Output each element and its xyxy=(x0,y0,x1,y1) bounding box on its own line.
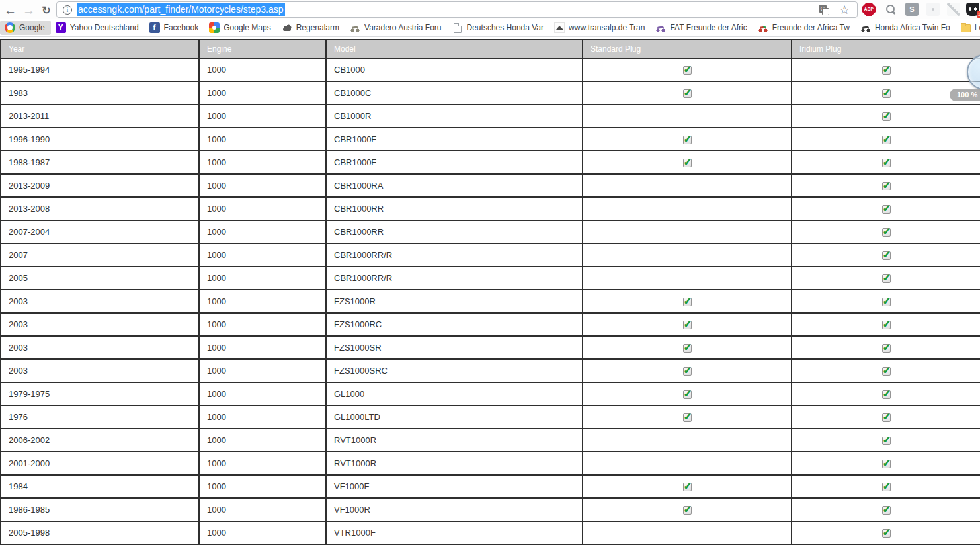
bookmark-item-yahoo-deutschland[interactable]: Yahoo Deutschland xyxy=(51,21,145,35)
iridium-plug-checked-checkbox-icon[interactable] xyxy=(882,483,891,491)
year-cell: 1995-1994 xyxy=(1,58,199,81)
standard-plug-checked-checkbox-icon[interactable] xyxy=(683,136,692,144)
standard-plug-cell xyxy=(583,429,792,452)
engine-cell: 1000 xyxy=(199,105,326,128)
bookmark-item-freunde-der-africa-tw[interactable]: Freunde der Africa Tw xyxy=(753,21,856,35)
bookmark-label: Yahoo Deutschland xyxy=(70,23,139,32)
bookmark-item-regenalarm[interactable]: Regenalarm xyxy=(277,21,345,35)
standard-plug-checked-checkbox-icon[interactable] xyxy=(683,159,692,167)
year-cell: 2003 xyxy=(1,313,199,336)
bookmark-item-facebook[interactable]: Facebook xyxy=(145,21,205,35)
iridium-plug-checked-checkbox-icon[interactable] xyxy=(882,344,891,353)
iridium-plug-checked-checkbox-icon[interactable] xyxy=(882,413,891,422)
s-extension-icon[interactable]: S xyxy=(905,3,919,16)
year-cell: 1983 xyxy=(1,81,199,105)
iridium-plug-checked-checkbox-icon[interactable] xyxy=(882,159,891,167)
standard-plug-cell xyxy=(583,58,792,81)
part-finder-results: Year Engine Model Standard Plug Iridium … xyxy=(0,39,980,545)
bookmark-item-varadero-austria-foru[interactable]: Varadero Austria Foru xyxy=(345,21,448,35)
bookmark-label: Google Maps xyxy=(224,23,270,32)
iridium-plug-checked-checkbox-icon[interactable] xyxy=(882,89,891,98)
iridium-plug-checked-checkbox-icon[interactable] xyxy=(882,66,891,75)
engine-cell: 1000 xyxy=(199,452,326,475)
model-cell: CBR1000F xyxy=(326,151,583,174)
standard-plug-checked-checkbox-icon[interactable] xyxy=(683,506,692,515)
iridium-plug-checked-checkbox-icon[interactable] xyxy=(882,506,891,515)
engine-cell: 1000 xyxy=(199,128,326,151)
iridium-plug-checked-checkbox-icon[interactable] xyxy=(882,321,891,329)
iridium-plug-checked-checkbox-icon[interactable] xyxy=(882,460,891,468)
iridium-plug-checked-checkbox-icon[interactable] xyxy=(882,251,891,260)
forward-button[interactable] xyxy=(19,1,36,19)
search-extension-icon[interactable] xyxy=(884,3,897,16)
translate-icon[interactable] xyxy=(819,5,829,15)
back-button[interactable] xyxy=(0,1,17,19)
standard-plug-checked-checkbox-icon[interactable] xyxy=(683,367,692,376)
iridium-plug-checked-checkbox-icon[interactable] xyxy=(882,298,891,306)
bookmark-item-fat-freunde-der-afric[interactable]: FAT Freunde der Afric xyxy=(651,21,753,35)
standard-plug-checked-checkbox-icon[interactable] xyxy=(683,89,692,98)
model-cell: RVT1000R xyxy=(326,452,583,475)
reload-button[interactable] xyxy=(38,1,55,19)
bookmark-item-lesezeiche[interactable]: Lesezeiche xyxy=(956,21,980,34)
standard-plug-checked-checkbox-icon[interactable] xyxy=(683,344,692,353)
bookmark-item-honda-africa-twin-fo[interactable]: Honda Africa Twin Fo xyxy=(856,21,956,35)
standard-plug-checked-checkbox-icon[interactable] xyxy=(683,413,692,422)
url-text[interactable]: accessngk.com/part_finder/Motorcycles/st… xyxy=(77,3,285,16)
iridium-plug-checked-checkbox-icon[interactable] xyxy=(882,390,891,399)
iridium-plug-cell xyxy=(792,290,980,313)
mountain-favicon-icon xyxy=(554,22,565,33)
year-cell: 2003 xyxy=(1,336,199,359)
iridium-plug-checked-checkbox-icon[interactable] xyxy=(882,182,891,190)
iridium-plug-cell xyxy=(792,174,980,197)
iridium-plug-checked-checkbox-icon[interactable] xyxy=(882,205,891,214)
bookmark-item-google[interactable]: Google xyxy=(0,21,51,35)
iridium-plug-checked-checkbox-icon[interactable] xyxy=(882,367,891,376)
bookmark-item-deutsches-honda-var[interactable]: Deutsches Honda Var xyxy=(448,21,550,35)
bookmark-item-www-transalp-de-tran[interactable]: www.transalp.de Tran xyxy=(550,21,651,35)
table-row: 2013-20091000CBR1000RA xyxy=(1,174,980,197)
model-cell: CB1000R xyxy=(326,105,583,128)
iridium-plug-checked-checkbox-icon[interactable] xyxy=(882,228,891,237)
standard-plug-checked-checkbox-icon[interactable] xyxy=(683,298,692,306)
facebook-favicon-icon xyxy=(149,22,160,33)
table-row: 2007-20041000CBR1000RR xyxy=(1,220,980,243)
adblock-plus-extension-icon[interactable]: ABP xyxy=(862,3,876,16)
browser-toolbar: accessngk.com/part_finder/Motorcycles/st… xyxy=(0,0,980,19)
extension-icon-faint-1[interactable] xyxy=(926,3,940,16)
standard-plug-checked-checkbox-icon[interactable] xyxy=(683,321,692,329)
model-cell: GL1000LTD xyxy=(326,405,583,429)
model-cell: CBR1000RA xyxy=(326,174,583,197)
iridium-plug-cell xyxy=(792,58,980,81)
standard-plug-checked-checkbox-icon[interactable] xyxy=(683,483,692,491)
iridium-plug-checked-checkbox-icon[interactable] xyxy=(882,136,891,144)
bookmark-star-icon[interactable] xyxy=(838,3,851,17)
iridium-plug-checked-checkbox-icon[interactable] xyxy=(882,529,891,538)
standard-plug-cell xyxy=(583,81,792,105)
standard-plug-checked-checkbox-icon[interactable] xyxy=(683,390,692,399)
engine-cell: 1000 xyxy=(199,521,326,544)
iridium-plug-cell xyxy=(792,405,980,429)
table-header-row: Year Engine Model Standard Plug Iridium … xyxy=(1,40,980,58)
standard-plug-cell xyxy=(583,313,792,336)
page-info-icon[interactable] xyxy=(63,5,72,15)
engine-cell: 1000 xyxy=(199,475,326,498)
address-bar[interactable]: accessngk.com/part_finder/Motorcycles/st… xyxy=(56,1,858,18)
extension-badge-count: 1 xyxy=(977,11,980,18)
extension-icon-faint-2[interactable] xyxy=(947,3,960,16)
iridium-plug-cell xyxy=(792,267,980,290)
iridium-plug-checked-checkbox-icon[interactable] xyxy=(882,437,891,445)
iridium-plug-cell xyxy=(792,429,980,452)
column-header-engine: Engine xyxy=(199,40,326,58)
bookmark-item-google-maps[interactable]: Google Maps xyxy=(204,21,276,35)
iridium-plug-cell xyxy=(792,498,980,521)
yahoo-favicon-icon xyxy=(56,22,66,33)
engine-cell: 1000 xyxy=(199,81,326,105)
engine-cell: 1000 xyxy=(199,405,326,429)
iridium-plug-checked-checkbox-icon[interactable] xyxy=(882,274,891,283)
standard-plug-cell xyxy=(583,475,792,498)
model-cell: RVT1000R xyxy=(326,429,583,452)
iridium-plug-checked-checkbox-icon[interactable] xyxy=(882,112,891,121)
extension-badge-icon[interactable]: 1 xyxy=(966,3,979,16)
standard-plug-checked-checkbox-icon[interactable] xyxy=(683,66,692,75)
